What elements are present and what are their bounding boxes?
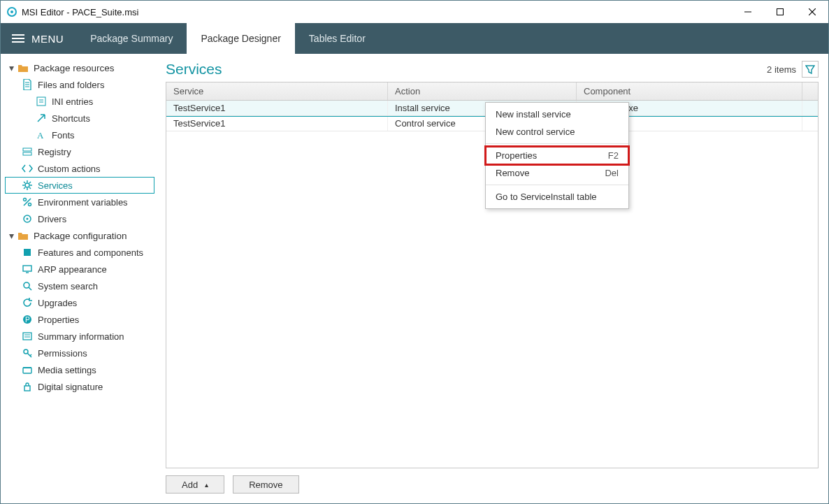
svg-line-21 bbox=[29, 187, 31, 189]
svg-point-15 bbox=[25, 183, 29, 187]
items-count: 2 items bbox=[767, 64, 796, 75]
ctx-new-install-service[interactable]: New install service bbox=[486, 106, 628, 123]
tree-item-features-components[interactable]: Features and components bbox=[5, 244, 154, 261]
ini-icon bbox=[35, 96, 48, 106]
tree-item-env-vars[interactable]: Environment variables bbox=[5, 194, 154, 210]
hamburger-icon bbox=[12, 34, 24, 43]
folder-icon bbox=[17, 231, 29, 240]
key-icon bbox=[21, 348, 34, 358]
tree-item-permissions[interactable]: Permissions bbox=[5, 345, 154, 361]
tree-item-digital-signature[interactable]: Digital signature bbox=[5, 378, 154, 395]
percent-icon bbox=[21, 197, 34, 207]
tree-item-media-settings[interactable]: Media settings bbox=[5, 361, 154, 378]
body: ▾ Package resources Files and folders IN… bbox=[1, 54, 828, 503]
remove-button[interactable]: Remove bbox=[233, 475, 298, 494]
svg-rect-42 bbox=[23, 368, 31, 373]
search-icon bbox=[21, 281, 34, 291]
property-icon: P bbox=[21, 315, 34, 324]
footer-buttons: Add ▴ Remove bbox=[166, 475, 819, 494]
window-title: MSI Editor - PACE_Suite.msi bbox=[22, 7, 138, 17]
tab-package-designer[interactable]: Package Designer bbox=[187, 23, 294, 54]
add-button[interactable]: Add ▴ bbox=[166, 475, 224, 494]
svg-point-25 bbox=[24, 199, 27, 201]
tree-group-package-configuration[interactable]: ▾ Package configuration bbox=[5, 227, 154, 244]
svg-point-26 bbox=[29, 203, 31, 206]
cell-menu bbox=[802, 101, 818, 115]
ctx-separator bbox=[486, 185, 628, 185]
col-header-service[interactable]: Service bbox=[166, 82, 388, 100]
cell-menu bbox=[802, 116, 818, 131]
svg-rect-36 bbox=[23, 333, 31, 340]
tree-item-summary-information[interactable]: Summary information bbox=[5, 328, 154, 345]
caret-down-icon: ▾ bbox=[7, 62, 15, 73]
media-icon bbox=[21, 365, 34, 375]
tree-item-fonts[interactable]: A Fonts bbox=[5, 127, 154, 143]
lock-icon bbox=[21, 382, 34, 391]
tree-item-services[interactable]: Services bbox=[5, 177, 154, 194]
tree-item-properties[interactable]: P Properties bbox=[5, 311, 154, 328]
ctx-new-control-service[interactable]: New control service bbox=[486, 123, 628, 141]
tree-item-registry[interactable]: Registry bbox=[5, 143, 154, 160]
gear-icon bbox=[21, 180, 34, 190]
folder-icon bbox=[17, 63, 29, 73]
font-icon: A bbox=[35, 130, 48, 140]
svg-line-23 bbox=[24, 187, 25, 189]
close-button[interactable] bbox=[796, 1, 828, 23]
registry-icon bbox=[21, 147, 34, 157]
sidebar: ▾ Package resources Files and folders IN… bbox=[1, 54, 159, 503]
svg-point-1 bbox=[10, 10, 13, 13]
tab-tables-editor[interactable]: Tables Editor bbox=[295, 23, 380, 54]
menu-label: MENU bbox=[31, 33, 64, 45]
col-header-component[interactable]: Component bbox=[577, 82, 802, 100]
driver-icon bbox=[21, 214, 34, 224]
svg-rect-9 bbox=[37, 97, 45, 106]
col-header-action[interactable]: Action bbox=[388, 82, 577, 100]
minimize-button[interactable] bbox=[732, 1, 764, 23]
tree-item-arp-appearance[interactable]: ARP appearance bbox=[5, 261, 154, 278]
puzzle-icon bbox=[21, 247, 34, 257]
menu-button[interactable]: MENU bbox=[1, 23, 76, 54]
ctx-goto-serviceinstall-table[interactable]: Go to ServiceInstall table bbox=[486, 188, 628, 206]
page-header: Services 2 items bbox=[166, 61, 819, 78]
svg-text:P: P bbox=[25, 316, 30, 324]
cell-service: TestService1 bbox=[166, 116, 388, 131]
svg-rect-14 bbox=[23, 152, 31, 155]
maximize-button[interactable] bbox=[764, 1, 796, 23]
code-icon bbox=[21, 164, 34, 173]
tree-item-shortcuts[interactable]: Shortcuts bbox=[5, 110, 154, 127]
svg-line-41 bbox=[30, 354, 31, 356]
context-menu: New install service New control service … bbox=[485, 102, 629, 209]
ribbon-bar: MENU Package Summary Package Designer Ta… bbox=[1, 23, 828, 54]
monitor-icon bbox=[21, 264, 34, 274]
svg-line-33 bbox=[29, 287, 31, 290]
svg-point-28 bbox=[27, 218, 29, 220]
tree-item-files-folders[interactable]: Files and folders bbox=[5, 76, 154, 93]
tree-item-drivers[interactable]: Drivers bbox=[5, 210, 154, 227]
document-icon bbox=[21, 79, 34, 90]
ctx-separator bbox=[486, 143, 628, 144]
svg-rect-30 bbox=[23, 266, 31, 271]
svg-line-22 bbox=[29, 182, 31, 183]
caret-up-icon: ▴ bbox=[205, 481, 208, 489]
tree-item-custom-actions[interactable]: Custom actions bbox=[5, 160, 154, 177]
tree-item-system-search[interactable]: System search bbox=[5, 278, 154, 294]
svg-rect-29 bbox=[24, 249, 31, 256]
caret-down-icon: ▾ bbox=[7, 230, 15, 241]
svg-point-32 bbox=[24, 282, 29, 288]
svg-line-20 bbox=[24, 182, 25, 183]
svg-rect-44 bbox=[24, 386, 30, 391]
col-header-spacer bbox=[802, 82, 818, 100]
ctx-properties[interactable]: Properties F2 bbox=[486, 147, 628, 164]
funnel-icon bbox=[805, 64, 815, 74]
tab-package-summary[interactable]: Package Summary bbox=[76, 23, 187, 54]
svg-line-24 bbox=[24, 199, 31, 206]
ctx-remove[interactable]: Remove Del bbox=[486, 164, 628, 182]
tree-group-package-resources[interactable]: ▾ Package resources bbox=[5, 59, 154, 76]
svg-rect-13 bbox=[23, 148, 31, 151]
cell-service: TestService1 bbox=[166, 101, 388, 115]
svg-text:A: A bbox=[37, 130, 44, 140]
tree-item-upgrades[interactable]: Upgrades bbox=[5, 294, 154, 311]
svg-rect-3 bbox=[777, 9, 784, 15]
tree-item-ini-entries[interactable]: INI entries bbox=[5, 93, 154, 110]
filter-button[interactable] bbox=[802, 61, 819, 78]
